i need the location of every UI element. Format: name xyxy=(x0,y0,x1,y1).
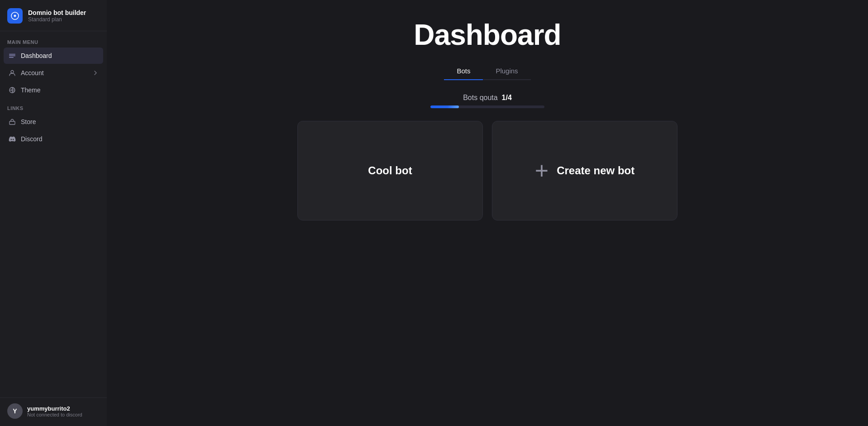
page-title: Dashboard xyxy=(414,18,561,52)
bots-grid: Cool bot + Create new bot xyxy=(134,121,841,220)
create-bot-label: Create new bot xyxy=(557,164,634,177)
app-icon xyxy=(7,8,23,24)
discord-icon xyxy=(8,135,16,143)
theme-label: Theme xyxy=(21,86,41,94)
avatar: Y xyxy=(7,403,23,419)
links-label: Links xyxy=(0,98,107,114)
svg-rect-1 xyxy=(9,54,15,55)
user-status: Not connected to discord xyxy=(27,412,82,417)
quota-bar-fill xyxy=(430,105,459,108)
store-icon xyxy=(8,118,16,126)
sidebar-item-discord[interactable]: Discord xyxy=(4,131,103,147)
main-content: Dashboard Bots Plugins Bots qouta 1/4 Co… xyxy=(107,0,868,426)
account-icon xyxy=(8,69,16,77)
dashboard-icon xyxy=(8,52,16,60)
account-label: Account xyxy=(21,69,44,77)
dashboard-label: Dashboard xyxy=(21,52,52,59)
store-label: Store xyxy=(21,118,36,125)
svg-rect-6 xyxy=(10,121,15,124)
sidebar-item-store[interactable]: Store xyxy=(4,114,103,130)
svg-point-4 xyxy=(11,71,14,73)
discord-label: Discord xyxy=(21,135,42,143)
sidebar: Domnio bot builder Standard plan Main me… xyxy=(0,0,107,426)
quota-text: Bots qouta 1/4 xyxy=(463,94,512,102)
user-name: yummyburrito2 xyxy=(27,405,82,412)
quota-display: 1/4 xyxy=(502,94,512,101)
sidebar-header: Domnio bot builder Standard plan xyxy=(0,0,107,31)
tabs-container: Bots Plugins xyxy=(134,62,841,80)
sidebar-item-dashboard[interactable]: Dashboard xyxy=(4,48,103,64)
quota-label: Bots qouta xyxy=(463,94,498,101)
tab-plugins[interactable]: Plugins xyxy=(483,62,530,80)
quota-bar-track xyxy=(430,105,544,108)
svg-rect-2 xyxy=(9,56,15,57)
plus-icon: + xyxy=(535,159,548,182)
svg-point-8 xyxy=(13,139,14,140)
sidebar-item-theme[interactable]: Theme xyxy=(4,82,103,98)
sidebar-item-account[interactable]: Account xyxy=(4,65,103,81)
main-nav: Dashboard Account xyxy=(0,48,107,98)
page-title-container: Dashboard xyxy=(134,0,841,62)
chevron-right-icon xyxy=(92,70,99,76)
app-title-block: Domnio bot builder Standard plan xyxy=(28,9,86,23)
main-menu-label: Main menu xyxy=(0,31,107,48)
tab-bots[interactable]: Bots xyxy=(444,62,483,80)
svg-rect-3 xyxy=(9,57,14,58)
create-bot-card[interactable]: + Create new bot xyxy=(492,121,677,220)
bot-card-label: Cool bot xyxy=(368,164,412,177)
app-subtitle: Standard plan xyxy=(28,16,86,23)
sidebar-bottom: Y yummyburrito2 Not connected to discord xyxy=(0,397,107,426)
tabs: Bots Plugins xyxy=(444,62,530,80)
svg-point-7 xyxy=(11,139,12,140)
avatar-initials: Y xyxy=(13,407,17,415)
user-info: yummyburrito2 Not connected to discord xyxy=(27,405,82,417)
bot-card-cool-bot[interactable]: Cool bot xyxy=(297,121,483,220)
links-nav: Store Discord xyxy=(0,114,107,147)
theme-icon xyxy=(8,86,16,94)
app-title: Domnio bot builder xyxy=(28,9,86,16)
quota-container: Bots qouta 1/4 xyxy=(134,94,841,108)
